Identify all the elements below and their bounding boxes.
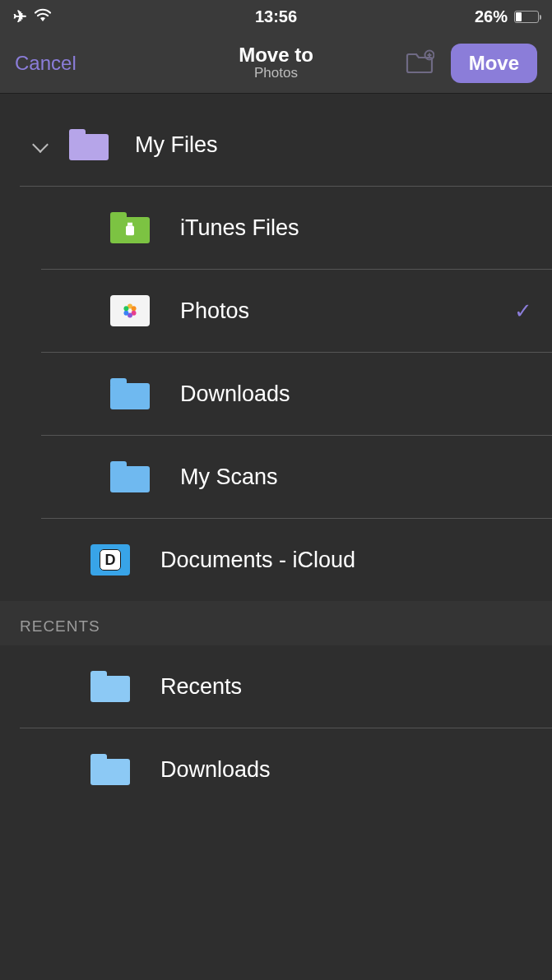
folder-label: My Scans	[180, 465, 532, 490]
folder-row-my-files[interactable]: My Files	[0, 104, 552, 186]
nav-title-wrap: Move to Photos	[239, 44, 313, 81]
status-bar: 13:56 26%	[0, 0, 552, 33]
move-button[interactable]: Move	[451, 44, 537, 83]
svg-rect-2	[126, 226, 134, 236]
new-folder-icon[interactable]	[405, 49, 434, 77]
section-header-recents: RECENTS	[0, 601, 552, 645]
nav-title: Move to	[239, 44, 313, 66]
folder-label: Downloads	[180, 381, 532, 407]
folder-row-my-scans[interactable]: My Scans	[0, 436, 552, 518]
folder-icon	[69, 129, 109, 160]
cancel-button[interactable]: Cancel	[15, 52, 77, 75]
battery-icon	[514, 11, 539, 23]
airplane-mode-icon	[13, 7, 27, 26]
folder-label: Recents	[160, 674, 532, 700]
svg-point-4	[132, 306, 137, 311]
svg-rect-1	[128, 223, 132, 226]
folder-icon	[90, 754, 130, 785]
folder-icon	[110, 461, 150, 492]
folder-row-documents-icloud[interactable]: D Documents - iCloud	[0, 519, 552, 601]
photos-icon	[110, 295, 150, 326]
folder-row-recent-downloads[interactable]: Downloads	[0, 728, 552, 811]
documents-app-icon: D	[90, 544, 130, 576]
folder-label: Photos	[180, 298, 499, 324]
folder-label: Downloads	[160, 757, 532, 783]
nav-subtitle: Photos	[239, 66, 313, 81]
folder-label: Documents - iCloud	[160, 548, 532, 573]
checkmark-icon	[514, 298, 532, 323]
folder-icon	[110, 212, 150, 243]
nav-bar: Cancel Move to Photos Move	[0, 33, 552, 94]
chevron-down-icon[interactable]	[31, 136, 49, 154]
folder-icon	[110, 378, 150, 409]
svg-point-8	[123, 306, 128, 311]
usb-icon	[125, 223, 135, 238]
folder-label: iTunes Files	[180, 215, 532, 241]
folder-tree: My Files iTunes Files	[0, 94, 552, 811]
wifi-icon	[34, 7, 52, 26]
folder-label: My Files	[135, 132, 532, 158]
folder-row-itunes-files[interactable]: iTunes Files	[0, 187, 552, 269]
svg-point-7	[123, 311, 128, 316]
folder-row-recents[interactable]: Recents	[0, 645, 552, 728]
folder-row-photos[interactable]: Photos	[0, 270, 552, 352]
folder-icon	[90, 671, 130, 702]
status-right: 26%	[475, 7, 539, 26]
status-left	[13, 7, 52, 26]
folder-row-downloads[interactable]: Downloads	[0, 353, 552, 435]
status-time: 13:56	[255, 7, 297, 26]
battery-percent: 26%	[475, 7, 508, 26]
